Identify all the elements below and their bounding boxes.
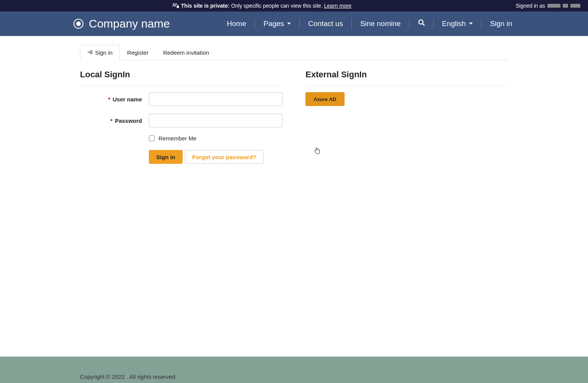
- svg-line-6: [423, 24, 425, 26]
- chevron-down-icon: [287, 23, 291, 24]
- nav-contact[interactable]: Contact us: [300, 18, 352, 29]
- local-signin-heading: Local SignIn: [80, 70, 283, 86]
- redacted-user-3: [570, 4, 580, 8]
- nav-search[interactable]: [410, 18, 434, 29]
- redacted-user-1: [547, 4, 560, 8]
- footer-copyright: Copyright © 2022 . All rights reserved.: [80, 373, 177, 380]
- svg-rect-2: [176, 6, 179, 8]
- private-site-bar: This site is private: Only specific peop…: [0, 0, 588, 11]
- svg-point-1: [175, 3, 177, 5]
- brand-name[interactable]: Company name: [89, 17, 170, 30]
- svg-point-4: [76, 21, 81, 26]
- people-lock-icon: [172, 3, 180, 9]
- nav-pages[interactable]: Pages: [255, 18, 300, 29]
- private-bold-text: This site is private:: [181, 3, 230, 9]
- external-signin-heading: External SignIn: [305, 70, 508, 86]
- main-navbar: Company name Home Pages Contact us Sine …: [0, 11, 588, 36]
- tab-signin-label: Sign in: [95, 49, 113, 56]
- nav-language[interactable]: English: [434, 18, 482, 29]
- chevron-down-icon: [469, 23, 473, 24]
- brand-logo-icon: [74, 19, 83, 29]
- signed-in-as-label: Signed in as: [516, 3, 545, 9]
- auth-tabs: Sign in Register Redeem invitation: [80, 44, 508, 60]
- remember-me-checkbox[interactable]: [149, 135, 155, 141]
- tab-redeem[interactable]: Redeem invitation: [156, 45, 216, 60]
- nav-signin[interactable]: Sign in: [482, 18, 521, 29]
- username-input[interactable]: [149, 92, 283, 106]
- learn-more-link[interactable]: Learn more: [324, 3, 352, 9]
- tab-register[interactable]: Register: [120, 45, 156, 60]
- footer-spacer: [0, 357, 588, 370]
- footer: Copyright © 2022 . All rights reserved.: [0, 370, 588, 383]
- username-label: * User name: [80, 96, 149, 103]
- remember-me-label: Remember Me: [158, 135, 196, 142]
- redacted-user-2: [563, 4, 568, 8]
- search-icon: [418, 19, 425, 28]
- svg-point-0: [173, 3, 175, 5]
- signin-button[interactable]: Sign in: [149, 150, 183, 164]
- signin-icon: [87, 49, 94, 56]
- private-desc-text: Only specific people can view this site.: [231, 3, 323, 9]
- nav-sine-nomine[interactable]: Sine nomine: [352, 18, 410, 29]
- nav-home[interactable]: Home: [219, 18, 255, 29]
- password-input[interactable]: [149, 114, 283, 127]
- azure-ad-button[interactable]: Azure AD: [305, 92, 345, 106]
- password-label: * Password: [80, 117, 149, 124]
- svg-point-5: [419, 20, 423, 24]
- tab-signin[interactable]: Sign in: [80, 45, 120, 60]
- forgot-password-button[interactable]: Forgot your password?: [185, 150, 264, 164]
